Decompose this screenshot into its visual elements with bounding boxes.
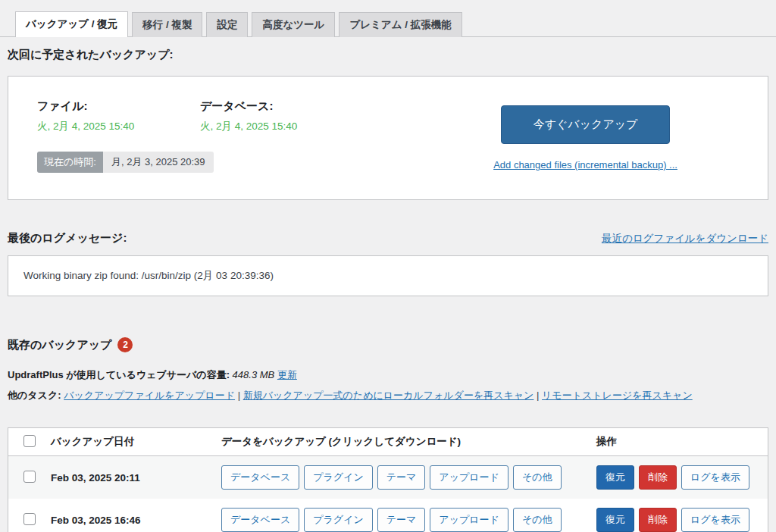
backup-now-button[interactable]: 今すぐバックアップ <box>501 105 671 144</box>
col-header-date: バックアップ日付 <box>51 435 221 449</box>
table-row: Feb 03, 2025 20:11 データベース プラグイン テーマ アップロ… <box>8 456 768 499</box>
table-row: Feb 03, 2025 16:46 データベース プラグイン テーマ アップロ… <box>8 499 768 532</box>
restore-button[interactable]: 復元 <box>596 465 634 490</box>
task-separator: | <box>238 390 240 401</box>
tab-advanced-tools[interactable]: 高度なツール <box>252 12 335 37</box>
tab-migrate-clone[interactable]: 移行 / 複製 <box>132 12 202 37</box>
col-header-data: データをバックアップ (クリックしてダウンロード) <box>221 435 596 449</box>
delete-button[interactable]: 削除 <box>639 508 677 532</box>
last-log-heading: 最後のログメッセージ: <box>8 231 127 246</box>
download-themes-button[interactable]: テーマ <box>377 465 426 490</box>
tab-settings[interactable]: 設定 <box>206 12 248 37</box>
server-space-value: 448.3 MB <box>233 369 275 380</box>
server-space-label: UpdraftPlus が使用しているウェブサーバの容量: <box>8 369 230 380</box>
existing-backups-heading: 既存のバックアップ <box>8 338 111 352</box>
backup-date: Feb 03, 2025 20:11 <box>51 472 221 483</box>
next-backup-schedule: ファイル: 火, 2月 4, 2025 15:40 データベース: 火, 2月 … <box>8 77 426 199</box>
download-database-button[interactable]: データベース <box>221 465 299 490</box>
row-checkbox[interactable] <box>23 513 36 525</box>
backups-table: バックアップ日付 データをバックアップ (クリックしてダウンロード) 操作 Fe… <box>8 427 768 532</box>
rescan-local-folder-link[interactable]: 新規バックアップ一式のためにローカルフォルダーを再スキャン <box>243 390 534 401</box>
next-backup-heading: 次回に予定されたバックアップ: <box>8 48 768 62</box>
files-schedule: ファイル: 火, 2月 4, 2025 15:40 <box>37 99 200 133</box>
download-themes-button[interactable]: テーマ <box>377 508 426 532</box>
download-database-button[interactable]: データベース <box>221 508 299 532</box>
tab-backup-restore[interactable]: バックアップ / 復元 <box>15 11 128 37</box>
download-others-button[interactable]: その他 <box>513 508 562 532</box>
download-uploads-button[interactable]: アップロード <box>430 465 508 490</box>
rescan-remote-storage-link[interactable]: リモートストレージを再スキャン <box>542 390 693 401</box>
download-others-button[interactable]: その他 <box>513 465 562 490</box>
database-schedule: データベース: 火, 2月 4, 2025 15:40 <box>200 99 297 133</box>
next-backup-panel: ファイル: 火, 2月 4, 2025 15:40 データベース: 火, 2月 … <box>8 76 768 200</box>
log-message-box: Working binary zip found: /usr/bin/zip (… <box>8 255 768 296</box>
col-header-actions: 操作 <box>596 435 768 449</box>
incremental-backup-link[interactable]: Add changed files (incremental backup) .… <box>493 159 677 171</box>
upload-backup-files-link[interactable]: バックアップファイルをアップロード <box>64 390 235 401</box>
delete-button[interactable]: 削除 <box>639 465 677 490</box>
refresh-space-link[interactable]: 更新 <box>277 369 297 380</box>
download-latest-log-link[interactable]: 最近のログファイルをダウンロード <box>602 232 768 246</box>
select-all-checkbox[interactable] <box>23 435 36 447</box>
restore-button[interactable]: 復元 <box>596 508 634 532</box>
other-tasks-label: 他のタスク: <box>8 390 61 401</box>
database-label: データベース: <box>200 99 297 114</box>
files-next-time: 火, 2月 4, 2025 15:40 <box>37 120 200 133</box>
log-message-text: Working binary zip found: /usr/bin/zip (… <box>23 270 274 281</box>
backup-count-badge: 2 <box>117 337 133 352</box>
download-plugins-button[interactable]: プラグイン <box>304 508 373 532</box>
download-plugins-button[interactable]: プラグイン <box>304 465 373 490</box>
backup-date: Feb 03, 2025 16:46 <box>51 515 221 526</box>
current-time-label: 現在の時間: <box>37 152 103 173</box>
task-separator: | <box>537 390 539 401</box>
database-next-time: 火, 2月 4, 2025 15:40 <box>200 120 297 133</box>
download-uploads-button[interactable]: アップロード <box>430 508 508 532</box>
files-label: ファイル: <box>37 99 200 114</box>
current-time-value: 月, 2月 3, 2025 20:39 <box>103 152 214 173</box>
row-checkbox[interactable] <box>23 471 36 483</box>
current-time: 現在の時間: 月, 2月 3, 2025 20:39 <box>37 152 214 173</box>
table-header-row: バックアップ日付 データをバックアップ (クリックしてダウンロード) 操作 <box>8 428 768 456</box>
view-log-button[interactable]: ログを表示 <box>681 465 749 490</box>
tab-premium-extensions[interactable]: プレミアム / 拡張機能 <box>339 12 462 37</box>
nav-tabbar: バックアップ / 復元 移行 / 複製 設定 高度なツール プレミアム / 拡張… <box>0 0 776 37</box>
view-log-button[interactable]: ログを表示 <box>681 508 749 532</box>
